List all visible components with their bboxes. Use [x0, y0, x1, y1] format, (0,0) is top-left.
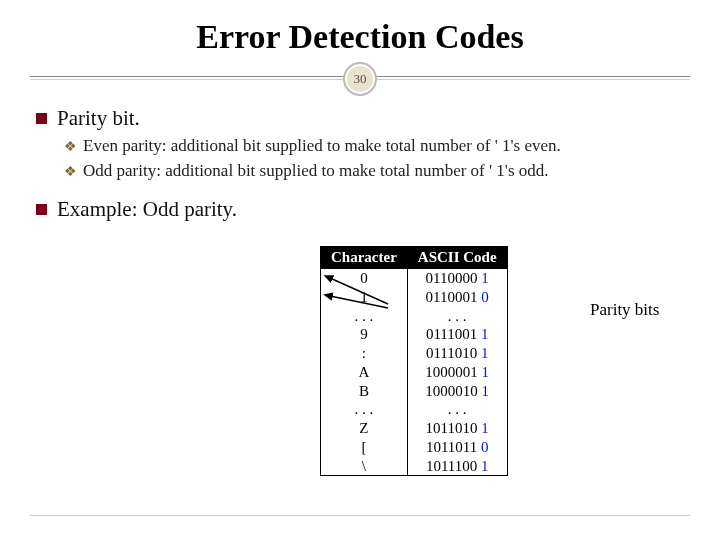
- code-cell: 1011100 1: [407, 457, 507, 476]
- sub-bullet-even: ❖ Even parity: additional bit supplied t…: [64, 135, 684, 158]
- parity-bit: 1: [482, 364, 490, 380]
- table-row: Z1011010 1: [321, 419, 508, 438]
- table-header-ascii: ASCII Code: [407, 247, 507, 269]
- parity-bit: 0: [481, 439, 489, 455]
- table-row: 90111001 1: [321, 325, 508, 344]
- table-row: A1000001 1: [321, 363, 508, 382]
- code-cell: . . .: [407, 400, 507, 419]
- slide-number-badge: 30: [343, 62, 377, 96]
- parity-bit: 1: [482, 383, 490, 399]
- sub-bullet-text: Even parity: additional bit supplied to …: [83, 135, 561, 158]
- bullet-text: Parity bit.: [57, 106, 140, 131]
- char-cell: :: [321, 344, 408, 363]
- code-cell: 1011010 1: [407, 419, 507, 438]
- sub-bullet-odd: ❖ Odd parity: additional bit supplied to…: [64, 160, 684, 183]
- code-cell: 0111001 1: [407, 325, 507, 344]
- char-cell: 9: [321, 325, 408, 344]
- content-area: Parity bit. ❖ Even parity: additional bi…: [30, 106, 690, 222]
- table-row: [1011011 0: [321, 438, 508, 457]
- diamond-bullet-icon: ❖: [64, 163, 77, 180]
- parity-bit: 1: [481, 420, 489, 436]
- parity-bit: 1: [481, 326, 489, 342]
- code-cell: 0111010 1: [407, 344, 507, 363]
- ascii-table-wrap: Character ASCII Code 00110000 110110001 …: [320, 246, 508, 476]
- arrow-annotation: [320, 246, 410, 326]
- code-cell: . . .: [407, 307, 507, 326]
- char-cell: \: [321, 457, 408, 476]
- parity-bit: 1: [481, 458, 489, 474]
- bullet-text: Example: Odd parity.: [57, 197, 237, 222]
- parity-bit: 1: [481, 345, 489, 361]
- table-row: B1000010 1: [321, 382, 508, 401]
- code-cell: 1011011 0: [407, 438, 507, 457]
- char-cell: Z: [321, 419, 408, 438]
- diamond-bullet-icon: ❖: [64, 138, 77, 155]
- svg-line-1: [330, 296, 388, 308]
- bullet-example: Example: Odd parity.: [36, 197, 684, 222]
- square-bullet-icon: [36, 204, 47, 215]
- table-row: \1011100 1: [321, 457, 508, 476]
- parity-bit: 1: [481, 270, 489, 286]
- char-cell: . . .: [321, 400, 408, 419]
- slide: Error Detection Codes 30 Parity bit. ❖ E…: [0, 0, 720, 540]
- code-cell: 1000010 1: [407, 382, 507, 401]
- code-cell: 1000001 1: [407, 363, 507, 382]
- footer-divider: [30, 515, 690, 516]
- bullet-parity-bit: Parity bit.: [36, 106, 684, 131]
- parity-bits-label: Parity bits: [590, 300, 659, 320]
- square-bullet-icon: [36, 113, 47, 124]
- sub-bullets: ❖ Even parity: additional bit supplied t…: [64, 135, 684, 183]
- code-cell: 0110000 1: [407, 269, 507, 288]
- parity-bit: 0: [481, 289, 489, 305]
- sub-bullet-text: Odd parity: additional bit supplied to m…: [83, 160, 549, 183]
- title-divider: 30: [30, 62, 690, 96]
- code-cell: 0110001 0: [407, 288, 507, 307]
- slide-title: Error Detection Codes: [30, 18, 690, 56]
- char-cell: B: [321, 382, 408, 401]
- table-row: . . .. . .: [321, 400, 508, 419]
- table-row: :0111010 1: [321, 344, 508, 363]
- char-cell: A: [321, 363, 408, 382]
- svg-line-0: [330, 278, 388, 304]
- char-cell: [: [321, 438, 408, 457]
